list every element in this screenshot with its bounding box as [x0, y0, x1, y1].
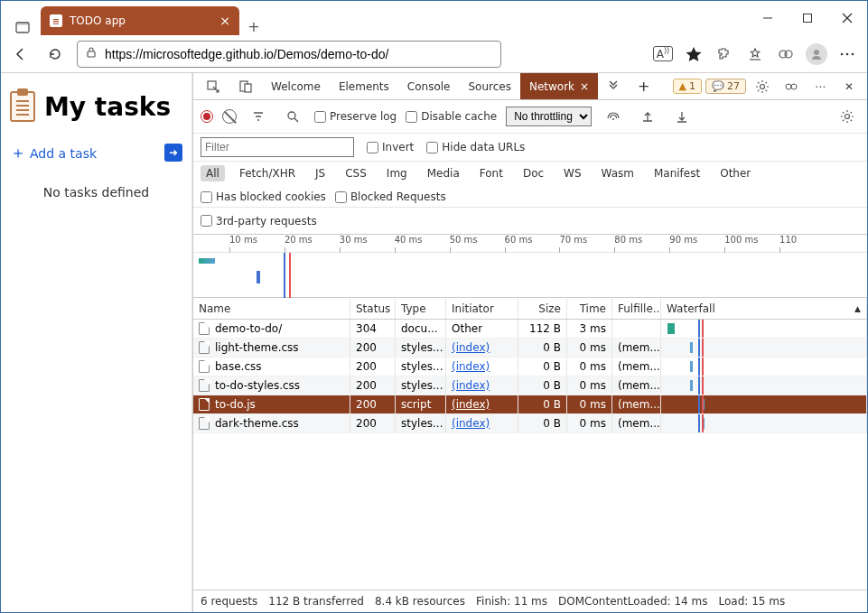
devtools-settings-icon[interactable]	[750, 74, 775, 99]
cell-waterfall	[661, 414, 867, 432]
file-icon	[199, 360, 210, 373]
site-info-icon[interactable]	[85, 46, 98, 61]
cell-initiator[interactable]: Other	[446, 320, 518, 338]
type-filter-font[interactable]: Font	[474, 165, 509, 181]
timeline-tick: 100 ms	[724, 235, 758, 245]
favorite-icon[interactable]	[681, 42, 706, 67]
type-filter-img[interactable]: Img	[381, 165, 413, 181]
col-status[interactable]: Status	[350, 298, 396, 319]
col-size[interactable]: Size	[518, 298, 567, 319]
col-name[interactable]: Name	[193, 298, 350, 319]
profile-avatar[interactable]	[804, 42, 829, 67]
cell-initiator[interactable]: (index)	[446, 414, 518, 432]
network-settings-icon[interactable]	[835, 104, 860, 129]
inspect-element-icon[interactable]	[197, 73, 229, 99]
devtools-tab-elements[interactable]: Elements	[330, 73, 398, 99]
status-load: Load: 15 ms	[719, 595, 786, 608]
preserve-log-checkbox[interactable]: Preserve log	[314, 110, 397, 123]
favorites-bar-icon[interactable]	[742, 42, 768, 67]
col-time[interactable]: Time	[567, 298, 612, 319]
browser-tab-active[interactable]: ≡ TODO app ×	[41, 6, 239, 35]
submit-task-icon[interactable]: ➜	[164, 144, 182, 162]
read-aloud-icon[interactable]: A))	[650, 42, 676, 67]
filter-input[interactable]	[201, 137, 354, 157]
type-filter-media[interactable]: Media	[422, 165, 465, 181]
type-filter-wasm[interactable]: Wasm	[596, 165, 639, 181]
close-tab-icon[interactable]: ×	[580, 80, 589, 93]
col-type[interactable]: Type	[396, 298, 446, 319]
toggle-device-icon[interactable]	[229, 73, 262, 99]
svg-point-20	[288, 112, 295, 119]
devtools-tab-welcome[interactable]: Welcome	[262, 73, 330, 99]
disable-cache-checkbox[interactable]: Disable cache	[406, 110, 497, 123]
tab-close-icon[interactable]: ×	[219, 14, 230, 28]
network-timeline[interactable]: 10 ms20 ms30 ms40 ms50 ms60 ms70 ms80 ms…	[193, 235, 867, 298]
refresh-button[interactable]	[42, 42, 68, 67]
type-filter-css[interactable]: CSS	[340, 165, 372, 181]
type-filter-fetchxhr[interactable]: Fetch/XHR	[234, 165, 301, 181]
table-header[interactable]: Name Status Type Initiator Size Time Ful…	[193, 298, 867, 320]
type-filter-js[interactable]: JS	[310, 165, 331, 181]
filter-toggle-icon[interactable]	[246, 104, 271, 129]
type-filter-ws[interactable]: WS	[558, 165, 586, 181]
table-row[interactable]: to-do.js200script(index)0 B0 ms(mem...	[193, 395, 867, 414]
url-input[interactable]	[105, 47, 493, 61]
table-row[interactable]: base.css200styles...(index)0 B0 ms(mem..…	[193, 358, 867, 376]
cell-initiator[interactable]: (index)	[446, 376, 518, 395]
settings-more-icon[interactable]	[835, 42, 860, 67]
devtools-feedback-icon[interactable]	[779, 74, 804, 99]
col-fulfilled[interactable]: Fulfille...	[612, 298, 661, 319]
extensions-icon[interactable]	[712, 42, 737, 67]
devtools-tab-network[interactable]: Network×	[520, 73, 598, 99]
clear-button[interactable]	[222, 109, 237, 124]
search-icon[interactable]	[280, 104, 305, 129]
devtools-tabstrip: WelcomeElementsConsoleSourcesNetwork× + …	[193, 73, 867, 100]
new-tool-icon[interactable]: +	[629, 73, 658, 99]
more-tabs-icon[interactable]	[598, 73, 629, 99]
invert-checkbox[interactable]: Invert	[367, 141, 414, 153]
new-tab-button[interactable]: +	[239, 18, 268, 35]
devtools-close-icon[interactable]: ✕	[836, 74, 862, 99]
has-blocked-cookies-checkbox[interactable]: Has blocked cookies	[201, 190, 326, 203]
cell-initiator[interactable]: (index)	[446, 339, 518, 357]
cell-initiator[interactable]: (index)	[446, 395, 518, 413]
third-party-checkbox[interactable]: 3rd-party requests	[201, 215, 317, 228]
cell-waterfall	[661, 358, 867, 376]
table-row[interactable]: dark-theme.css200styles...(index)0 B0 ms…	[193, 414, 867, 433]
app-title-row: My tasks	[10, 91, 182, 122]
cell-fulfilled: (mem...	[612, 395, 661, 413]
table-row[interactable]: to-do-styles.css200styles...(index)0 B0 …	[193, 376, 867, 395]
devtools-more-icon[interactable]: ⋯	[807, 74, 833, 99]
close-window-button[interactable]	[827, 1, 867, 35]
minimize-button[interactable]	[748, 1, 788, 35]
network-toolbar: Preserve log Disable cache No throttling	[193, 100, 867, 134]
table-row[interactable]: light-theme.css200styles...(index)0 B0 m…	[193, 339, 867, 358]
status-dcl: DOMContentLoaded: 14 ms	[558, 595, 707, 608]
url-field-container[interactable]	[77, 41, 501, 68]
export-har-icon[interactable]	[669, 104, 695, 129]
cell-type: styles...	[396, 376, 446, 395]
tab-overview-icon[interactable]	[5, 21, 41, 35]
hide-data-urls-checkbox[interactable]: Hide data URLs	[426, 141, 525, 153]
type-filter-all[interactable]: All	[201, 165, 225, 181]
col-waterfall[interactable]: Waterfall▲	[661, 298, 867, 319]
collections-icon[interactable]	[773, 42, 798, 67]
devtools-tab-console[interactable]: Console	[398, 73, 460, 99]
table-row[interactable]: demo-to-do/304docu...Other112 B3 ms	[193, 320, 867, 339]
throttling-select[interactable]: No throttling	[506, 107, 592, 126]
back-button[interactable]	[8, 42, 33, 67]
type-filter-manifest[interactable]: Manifest	[649, 165, 705, 181]
col-initiator[interactable]: Initiator	[446, 298, 518, 319]
messages-badge[interactable]: 💬27	[705, 79, 746, 94]
import-har-icon[interactable]	[635, 104, 660, 129]
devtools-tab-sources[interactable]: Sources	[459, 73, 519, 99]
cell-initiator[interactable]: (index)	[446, 358, 518, 376]
record-button[interactable]	[201, 110, 213, 123]
type-filter-doc[interactable]: Doc	[518, 165, 549, 181]
blocked-requests-checkbox[interactable]: Blocked Requests	[335, 190, 446, 203]
network-conditions-icon[interactable]	[601, 104, 626, 129]
add-task-row[interactable]: ＋Add a task ➜	[10, 142, 182, 163]
issues-badge[interactable]: ▲1	[673, 79, 702, 94]
type-filter-other[interactable]: Other	[714, 165, 756, 181]
maximize-button[interactable]	[788, 1, 827, 35]
